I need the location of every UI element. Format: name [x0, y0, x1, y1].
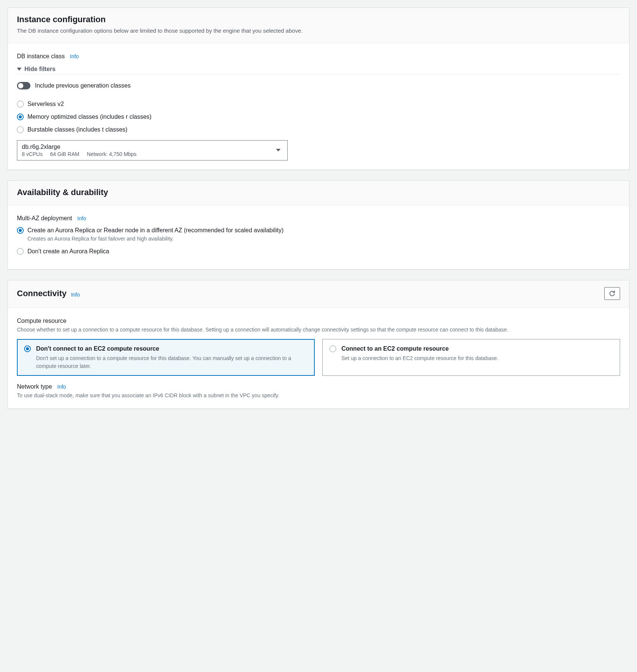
panel-description: The DB instance configuration options be… [17, 27, 620, 35]
tile-description: Don't set up a connection to a compute r… [36, 354, 308, 370]
radio-memory-optimized[interactable]: Memory optimized classes (includes r cla… [17, 113, 620, 121]
tile-dont-connect-ec2[interactable]: Don't connect to an EC2 compute resource… [17, 339, 315, 376]
info-link[interactable]: Info [77, 215, 86, 221]
include-previous-generation-toggle[interactable] [17, 82, 30, 89]
radio-icon [329, 345, 336, 352]
radio-icon [17, 126, 24, 133]
tile-title: Don't connect to an EC2 compute resource [36, 345, 308, 353]
select-value: db.r6g.2xlarge [22, 144, 143, 150]
panel-header: Instance configuration The DB instance c… [8, 8, 629, 43]
availability-durability-panel: Availability & durability Multi-AZ deplo… [8, 180, 629, 269]
multi-az-label: Multi-AZ deployment [17, 215, 72, 221]
radio-label: Don't create an Aurora Replica [27, 247, 109, 256]
info-link[interactable]: Info [71, 292, 80, 298]
panel-body: DB instance class Info Hide filters Incl… [8, 43, 629, 170]
panel-body: Multi-AZ deployment Info Create an Auror… [8, 205, 629, 269]
multi-az-radio-group: Create an Aurora Replica or Reader node … [17, 226, 620, 256]
info-link[interactable]: Info [57, 384, 66, 390]
panel-header: Connectivity Info [8, 280, 629, 308]
network-type-label: Network type [17, 383, 52, 390]
compute-resource-label: Compute resource [17, 318, 67, 324]
hide-filters-toggle[interactable]: Hide filters [17, 66, 620, 73]
tile-description: Set up a connection to an EC2 compute re… [341, 354, 613, 362]
network-type-description: To use dual-stack mode, make sure that y… [17, 392, 620, 400]
compute-resource-description: Choose whether to set up a connection to… [17, 326, 620, 334]
radio-icon [17, 227, 24, 234]
instance-type-select[interactable]: db.r6g.2xlarge 8 vCPUs 64 GiB RAM Networ… [17, 140, 288, 160]
tile-connect-ec2[interactable]: Connect to an EC2 compute resource Set u… [322, 339, 620, 376]
panel-header: Availability & durability [8, 181, 629, 205]
panel-title: Instance configuration [17, 15, 106, 24]
radio-label: Memory optimized classes (includes r cla… [27, 113, 152, 121]
chevron-down-icon [276, 149, 281, 151]
tile-title: Connect to an EC2 compute resource [341, 345, 613, 353]
toggle-label: Include previous generation classes [35, 82, 130, 89]
radio-description: Creates an Aurora Replica for fast failo… [27, 235, 284, 243]
instance-class-radio-group: Serverless v2 Memory optimized classes (… [17, 100, 620, 134]
hide-filters-label: Hide filters [24, 66, 56, 73]
ram-value: 64 GiB RAM [50, 151, 79, 157]
radio-icon [17, 101, 24, 107]
connectivity-panel: Connectivity Info Compute resource Choos… [8, 280, 629, 409]
radio-icon [17, 248, 24, 255]
network-value: Network: 4,750 Mbps [87, 151, 136, 157]
db-instance-class-label: DB instance class [17, 53, 65, 59]
radio-create-replica[interactable]: Create an Aurora Replica or Reader node … [17, 226, 620, 243]
panel-title: Availability & durability [17, 188, 108, 197]
caret-down-icon [17, 68, 21, 71]
vcpu-value: 8 vCPUs [22, 151, 42, 157]
radio-dont-create-replica[interactable]: Don't create an Aurora Replica [17, 247, 620, 256]
panel-body: Compute resource Choose whether to set u… [8, 308, 629, 409]
toggle-knob [18, 83, 23, 88]
refresh-icon [609, 290, 616, 297]
radio-label: Serverless v2 [27, 100, 64, 108]
radio-label: Burstable classes (includes t classes) [27, 126, 127, 134]
radio-serverless-v2[interactable]: Serverless v2 [17, 100, 620, 108]
refresh-button[interactable] [604, 287, 620, 300]
instance-configuration-panel: Instance configuration The DB instance c… [8, 8, 629, 170]
radio-burstable[interactable]: Burstable classes (includes t classes) [17, 126, 620, 134]
info-link[interactable]: Info [70, 53, 79, 59]
compute-resource-tile-group: Don't connect to an EC2 compute resource… [17, 339, 620, 376]
radio-icon [24, 345, 31, 352]
radio-label: Create an Aurora Replica or Reader node … [27, 226, 284, 235]
panel-title: Connectivity [17, 289, 67, 298]
radio-icon [17, 114, 24, 120]
select-meta: 8 vCPUs 64 GiB RAM Network: 4,750 Mbps [22, 151, 143, 157]
